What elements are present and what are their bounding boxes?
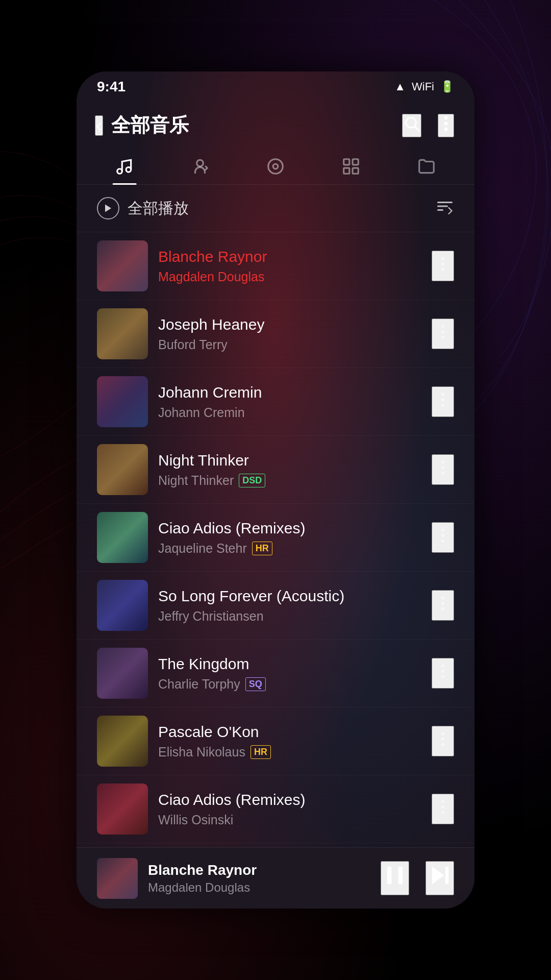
song-more-button-3[interactable] — [432, 386, 454, 417]
song-artist-row-5: Jaqueline Stehr HR — [158, 541, 421, 556]
song-artist-5: Jaqueline Stehr — [158, 541, 247, 556]
song-info-6: So Long Forever (Acoustic) Jeffry Christ… — [158, 587, 421, 624]
song-list: Blanche Raynor Magdalen Douglas Joseph H… — [77, 232, 474, 847]
svg-point-41 — [441, 743, 444, 746]
song-more-button-9[interactable] — [432, 794, 454, 824]
svg-line-1 — [415, 127, 419, 131]
now-playing-info: Blanche Raynor Magdalen Douglas — [148, 862, 370, 895]
svg-point-26 — [441, 404, 444, 407]
svg-rect-48 — [445, 867, 449, 885]
song-item-2[interactable]: Joseph Heaney Buford Terry — [77, 300, 474, 368]
song-artist-6: Jeffry Christiansen — [158, 609, 264, 624]
song-item-5[interactable]: Ciao Adios (Remixes) Jaqueline Stehr HR — [77, 504, 474, 572]
song-title-2: Joseph Heaney — [158, 316, 421, 333]
song-artist-2: Buford Terry — [158, 337, 228, 352]
phone-shell: 9:41 ▲ WiFi 🔋 ‹ 全部音乐 — [77, 71, 474, 909]
song-artist-4: Night Thinker — [158, 473, 234, 488]
song-artwork-6 — [97, 580, 148, 631]
svg-rect-12 — [344, 168, 349, 174]
song-artist-7: Charlie Torphy — [158, 677, 240, 692]
song-title-5: Ciao Adios (Remixes) — [158, 520, 421, 537]
tab-grid[interactable] — [331, 153, 371, 184]
svg-point-44 — [441, 811, 444, 814]
song-info-5: Ciao Adios (Remixes) Jaqueline Stehr HR — [158, 520, 421, 556]
header: ‹ 全部音乐 — [77, 102, 474, 149]
song-item-3[interactable]: Johann Cremin Johann Cremin — [77, 368, 474, 436]
header-right — [402, 114, 454, 137]
song-item-8[interactable]: Pascale O'Kon Elisha Nikolaus HR — [77, 707, 474, 775]
svg-rect-11 — [353, 159, 358, 165]
svg-rect-13 — [353, 168, 358, 174]
svg-point-38 — [441, 675, 444, 678]
song-more-button-2[interactable] — [432, 318, 454, 349]
svg-point-9 — [273, 164, 278, 169]
song-item-1[interactable]: Blanche Raynor Magdalen Douglas — [77, 232, 474, 300]
svg-rect-45 — [387, 867, 392, 885]
svg-point-28 — [441, 466, 444, 469]
song-artist-row-2: Buford Terry — [158, 337, 421, 352]
svg-point-3 — [444, 121, 447, 125]
song-artwork-3 — [97, 376, 148, 427]
song-artwork-7 — [97, 648, 148, 699]
svg-point-40 — [441, 738, 444, 741]
now-playing-bar[interactable]: Blanche Raynor Magdalen Douglas — [77, 847, 474, 909]
tab-songs[interactable] — [105, 153, 144, 184]
song-item-7[interactable]: The Kingdom Charlie Torphy SQ — [77, 640, 474, 707]
svg-point-39 — [441, 732, 444, 735]
song-item-9[interactable]: Ciao Adios (Remixes) Willis Osinski — [77, 775, 474, 843]
page-title: 全部音乐 — [111, 112, 189, 138]
song-info-7: The Kingdom Charlie Torphy SQ — [158, 655, 421, 692]
next-button[interactable] — [425, 861, 454, 895]
svg-point-30 — [441, 528, 444, 531]
svg-point-7 — [197, 160, 204, 166]
song-info-8: Pascale O'Kon Elisha Nikolaus HR — [158, 723, 421, 760]
sort-button[interactable] — [436, 198, 454, 218]
more-menu-button[interactable] — [438, 114, 454, 137]
svg-point-6 — [126, 167, 131, 173]
song-info-9: Ciao Adios (Remixes) Willis Osinski — [158, 791, 421, 827]
song-artwork-9 — [97, 783, 148, 835]
song-artwork-5 — [97, 512, 148, 563]
svg-marker-47 — [432, 867, 444, 885]
tab-albums[interactable] — [256, 153, 295, 184]
song-more-button-1[interactable] — [432, 251, 454, 281]
back-button[interactable]: ‹ — [95, 115, 103, 136]
song-info-3: Johann Cremin Johann Cremin — [158, 384, 421, 420]
search-button[interactable] — [402, 114, 421, 137]
svg-point-4 — [444, 127, 447, 131]
svg-point-23 — [441, 336, 444, 339]
song-artist-row-9: Willis Osinski — [158, 813, 421, 827]
tab-folders[interactable] — [407, 153, 446, 184]
tab-artists[interactable] — [180, 153, 220, 184]
badge-sq: SQ — [245, 677, 266, 691]
play-all-left: 全部播放 — [97, 197, 189, 219]
wifi-icon: WiFi — [412, 80, 434, 93]
song-more-button-5[interactable] — [432, 522, 454, 553]
song-item-4[interactable]: Night Thinker Night Thinker DSD — [77, 436, 474, 504]
svg-point-31 — [441, 534, 444, 537]
svg-point-25 — [441, 398, 444, 401]
song-more-button-7[interactable] — [432, 658, 454, 689]
song-more-button-6[interactable] — [432, 590, 454, 621]
song-item-6[interactable]: So Long Forever (Acoustic) Jeffry Christ… — [77, 572, 474, 640]
song-info-2: Joseph Heaney Buford Terry — [158, 316, 421, 352]
svg-point-33 — [441, 596, 444, 599]
song-more-button-8[interactable] — [432, 726, 454, 756]
pause-button[interactable] — [381, 861, 409, 895]
song-artist-row-3: Johann Cremin — [158, 405, 421, 420]
badge-hr: HR — [252, 542, 272, 555]
play-all-bar[interactable]: 全部播放 — [77, 185, 474, 232]
svg-point-34 — [441, 602, 444, 605]
song-title-4: Night Thinker — [158, 452, 421, 469]
song-artist-3: Johann Cremin — [158, 405, 245, 420]
song-title-1: Blanche Raynor — [158, 248, 421, 265]
song-artist-row-7: Charlie Torphy SQ — [158, 677, 421, 692]
song-artwork-8 — [97, 716, 148, 767]
status-time: 9:41 — [97, 79, 126, 95]
song-artist-row-6: Jeffry Christiansen — [158, 609, 421, 624]
signal-icon: ▲ — [394, 80, 406, 93]
song-more-button-4[interactable] — [432, 454, 454, 485]
svg-point-35 — [441, 607, 444, 610]
battery-icon: 🔋 — [440, 80, 454, 93]
svg-point-21 — [441, 325, 444, 328]
